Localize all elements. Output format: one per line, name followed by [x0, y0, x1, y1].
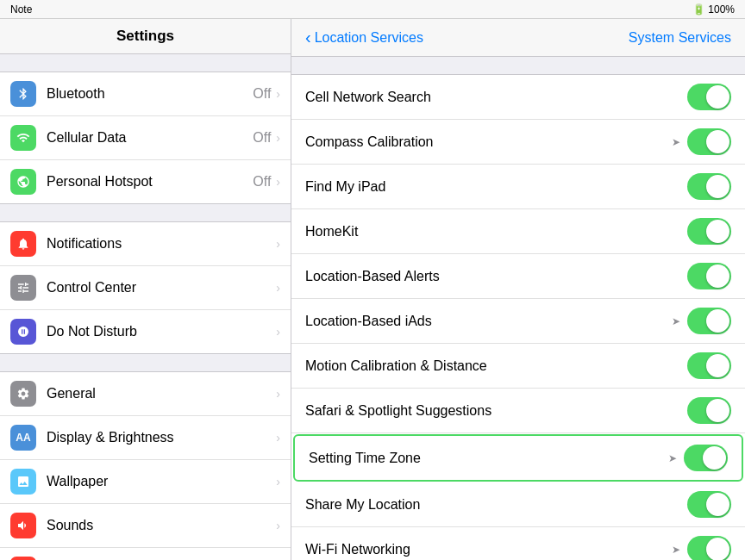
settings-list: Bluetooth Off › Cellular Data Off › — [0, 54, 291, 560]
dnd-chevron: › — [276, 325, 280, 339]
safari-row: Safari & Spotlight Suggestions — [291, 389, 745, 433]
back-button[interactable]: ‹ Location Services — [305, 28, 423, 47]
find-ipad-row: Find My iPad — [291, 165, 745, 209]
location-alerts-toggle[interactable] — [687, 263, 731, 289]
sounds-label: Sounds — [47, 518, 276, 533]
cell-network-row: Cell Network Search — [291, 75, 745, 120]
display-icon: AA — [10, 425, 36, 451]
cellular-label: Cellular Data — [47, 130, 253, 146]
dnd-label: Do Not Disturb — [47, 324, 276, 339]
settings-header: Settings — [0, 19, 291, 54]
control-center-icon — [10, 275, 36, 301]
sidebar-item-bluetooth[interactable]: Bluetooth Off › — [0, 72, 291, 116]
cell-network-toggle[interactable] — [687, 84, 731, 110]
motion-row: Motion Calibration & Distance — [291, 344, 745, 389]
bluetooth-label: Bluetooth — [47, 86, 253, 102]
system-services-section: Cell Network Search Compass Calibration … — [291, 74, 745, 560]
share-location-row: Share My Location — [291, 482, 745, 527]
wifi-networking-row: Wi-Fi Networking ➤ — [291, 527, 745, 560]
right-list: Cell Network Search Compass Calibration … — [291, 57, 745, 560]
timezone-location-icon: ➤ — [668, 452, 677, 464]
status-bar: Note 🔋 100% — [0, 0, 745, 19]
general-chevron: › — [276, 387, 280, 401]
compass-row: Compass Calibration ➤ — [291, 120, 745, 165]
safari-label: Safari & Spotlight Suggestions — [305, 403, 687, 419]
homekit-row: HomeKit — [291, 209, 745, 254]
passcode-icon — [10, 557, 36, 560]
control-chevron: › — [276, 281, 280, 295]
settings-panel: Settings Bluetooth Off › Cellular Data — [0, 19, 291, 560]
timezone-toggle[interactable] — [684, 445, 728, 471]
homekit-toggle[interactable] — [687, 218, 731, 245]
wifi-networking-label: Wi-Fi Networking — [305, 542, 672, 557]
main-container: Settings Bluetooth Off › Cellular Data — [0, 19, 745, 560]
wallpaper-label: Wallpaper — [47, 474, 276, 489]
control-center-label: Control Center — [47, 280, 276, 296]
share-location-toggle[interactable] — [687, 491, 731, 518]
sidebar-item-general[interactable]: General › — [0, 372, 291, 416]
find-ipad-label: Find My iPad — [305, 179, 687, 195]
connectivity-group: Bluetooth Off › Cellular Data Off › — [0, 72, 291, 204]
status-right: 🔋 100% — [692, 3, 735, 16]
hotspot-value: Off — [253, 174, 271, 190]
back-label: Location Services — [315, 30, 423, 46]
cellular-chevron: › — [276, 131, 280, 145]
bluetooth-icon — [10, 81, 36, 107]
sidebar-item-notifications[interactable]: Notifications › — [0, 222, 291, 266]
system-services-button[interactable]: System Services — [629, 30, 731, 46]
hotspot-label: Personal Hotspot — [47, 174, 253, 190]
bluetooth-chevron: › — [276, 87, 280, 101]
cellular-value: Off — [253, 130, 271, 146]
wifi-networking-toggle[interactable] — [687, 536, 731, 560]
cellular-icon — [10, 125, 36, 151]
iads-location-icon: ➤ — [672, 315, 680, 327]
general-label: General — [47, 386, 276, 401]
notifications-label: Notifications — [47, 236, 276, 252]
wifi-location-icon: ➤ — [672, 544, 680, 556]
dnd-icon — [10, 319, 36, 345]
sounds-chevron: › — [276, 519, 280, 532]
location-alerts-row: Location-Based Alerts — [291, 254, 745, 299]
sidebar-item-control-center[interactable]: Control Center › — [0, 266, 291, 310]
sidebar-item-wallpaper[interactable]: Wallpaper › — [0, 460, 291, 504]
homekit-label: HomeKit — [305, 224, 687, 240]
sidebar-item-cellular[interactable]: Cellular Data Off › — [0, 116, 291, 160]
motion-toggle[interactable] — [687, 352, 731, 379]
settings-title: Settings — [14, 28, 277, 45]
general-icon — [10, 381, 36, 407]
sidebar-item-sounds[interactable]: Sounds › — [0, 504, 291, 548]
safari-toggle[interactable] — [687, 397, 731, 424]
hotspot-icon — [10, 169, 36, 195]
share-location-label: Share My Location — [305, 497, 687, 513]
timezone-label: Setting Time Zone — [309, 451, 668, 466]
notifications-icon — [10, 231, 36, 257]
compass-label: Compass Calibration — [305, 134, 672, 150]
location-alerts-label: Location-Based Alerts — [305, 269, 687, 284]
display-label: Display & Brightness — [47, 430, 276, 445]
location-iads-label: Location-Based iAds — [305, 314, 672, 329]
timezone-row: Setting Time Zone ➤ — [293, 434, 743, 482]
general-group: General › AA Display & Brightness › Wall… — [0, 371, 291, 560]
notifications-group: Notifications › Control Center › Do Not … — [0, 221, 291, 354]
sounds-icon — [10, 513, 36, 538]
compass-toggle[interactable] — [687, 128, 731, 155]
wallpaper-chevron: › — [276, 475, 280, 488]
location-iads-row: Location-Based iAds ➤ — [291, 299, 745, 344]
find-ipad-toggle[interactable] — [687, 173, 731, 200]
display-chevron: › — [276, 431, 280, 445]
cell-network-label: Cell Network Search — [305, 90, 687, 105]
right-panel: ‹ Location Services System Services Cell… — [291, 19, 745, 560]
compass-location-icon: ➤ — [672, 136, 680, 148]
bluetooth-value: Off — [253, 86, 271, 102]
wallpaper-icon — [10, 469, 36, 495]
sidebar-item-dnd[interactable]: Do Not Disturb › — [0, 310, 291, 353]
motion-label: Motion Calibration & Distance — [305, 358, 687, 374]
sidebar-item-display[interactable]: AA Display & Brightness › — [0, 416, 291, 460]
sidebar-item-passcode[interactable]: Passcode › — [0, 548, 291, 560]
status-left: Note — [10, 3, 32, 16]
location-iads-toggle[interactable] — [687, 308, 731, 334]
notifications-chevron: › — [276, 237, 280, 251]
back-chevron-icon: ‹ — [305, 28, 311, 47]
sidebar-item-hotspot[interactable]: Personal Hotspot Off › — [0, 160, 291, 203]
right-header: ‹ Location Services System Services — [291, 19, 745, 57]
